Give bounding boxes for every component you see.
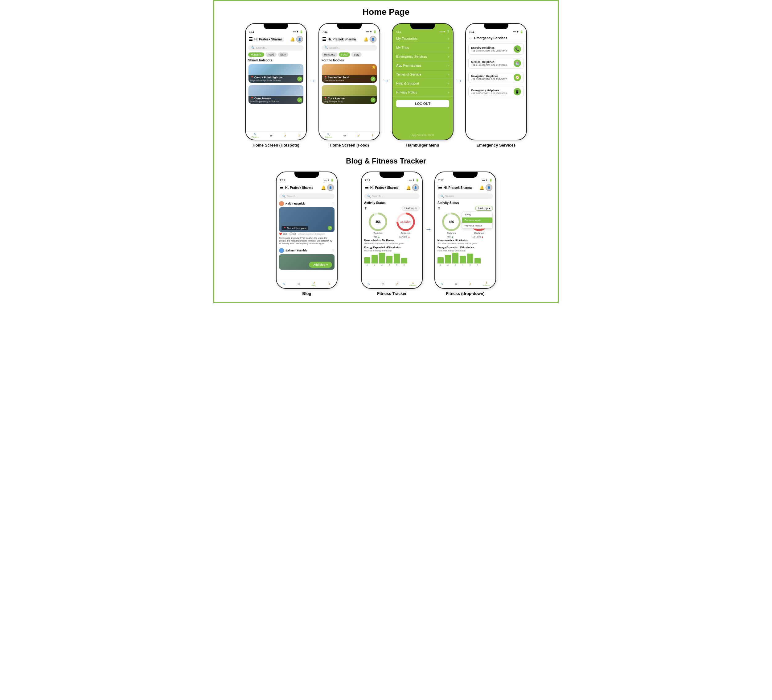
- chevron-icon-fav: ›: [448, 37, 449, 40]
- nav-fitness-2[interactable]: 🏃: [371, 134, 374, 137]
- back-arrow-icon[interactable]: ←: [469, 36, 472, 40]
- card-food-2[interactable]: 📍Core Avenue Veg Thukpa Soup ↗: [322, 85, 377, 104]
- tab-hotspots-1[interactable]: Hotspots: [248, 52, 264, 57]
- emerg-icon-4[interactable]: 📱: [514, 88, 521, 95]
- bottom-nav-5: 🔍 🗺 📝Blog 🏃: [276, 280, 337, 288]
- nav-map-6[interactable]: 🗺: [382, 283, 384, 285]
- emerg-icon-3[interactable]: 🧭: [514, 74, 521, 81]
- trip-dropdown-6[interactable]: Last trip ▾: [402, 206, 420, 211]
- more-options-1[interactable]: ⋮: [331, 202, 335, 205]
- menu-favourites[interactable]: My Favourites ›: [393, 34, 453, 43]
- nav-map-7[interactable]: 🗺: [455, 283, 457, 285]
- nav-map[interactable]: 🗺: [270, 135, 272, 137]
- bell-icon-5[interactable]: 🔔: [321, 185, 326, 190]
- avatar-2[interactable]: 👤: [370, 36, 376, 43]
- hamburger-icon-1[interactable]: ☰: [249, 37, 253, 42]
- nav-blog-2[interactable]: 📝: [357, 134, 360, 137]
- nav-fitness[interactable]: 🏃: [298, 134, 301, 137]
- avatar-5[interactable]: 👤: [327, 184, 334, 191]
- bottom-nav-6: 🔍 🗺 📝 🏃Fitness: [361, 280, 422, 288]
- more-options-2[interactable]: ⋮: [331, 249, 335, 252]
- menu-emergency[interactable]: Emergency Services ›: [393, 52, 453, 61]
- nav-explore-5[interactable]: 🔍: [283, 283, 286, 285]
- card-food-1[interactable]: ⭐ 📍Saajan fast food Chicken Anardana ↗: [322, 64, 377, 83]
- avatar-7[interactable]: 👤: [486, 184, 492, 191]
- menu-privacy[interactable]: Privacy Policy ›: [393, 88, 453, 97]
- tab-food-1[interactable]: Food: [265, 52, 277, 57]
- avatar-1[interactable]: 👤: [296, 36, 303, 43]
- nav-map-5[interactable]: 🗺: [298, 283, 300, 285]
- nav-arrow-food-1[interactable]: ↗: [371, 77, 376, 82]
- nav-map-2[interactable]: 🗺: [343, 135, 346, 137]
- bell-icon-6[interactable]: 🔔: [406, 185, 411, 190]
- emerg-icon-1[interactable]: 📞: [514, 45, 521, 53]
- status-bar-5: 7:11 ▪▪▪ ✦ 🔋: [276, 178, 337, 183]
- star-food-1: ⭐: [372, 66, 376, 69]
- menu-trips[interactable]: My Trips ›: [393, 43, 453, 52]
- share-icon-7[interactable]: ⬆: [437, 206, 441, 210]
- filter-tabs-1: Hotspots Food Stay: [246, 51, 306, 58]
- search-bar-1[interactable]: 🔍 Search...: [248, 45, 304, 51]
- nav-fitness-6[interactable]: 🏃Fitness: [409, 282, 417, 287]
- tab-food-2[interactable]: Food: [339, 52, 350, 57]
- bar-1: 1: [364, 257, 370, 266]
- hamburger-icon-5[interactable]: ☰: [280, 185, 284, 190]
- nav-blog-6[interactable]: 📝: [395, 283, 398, 285]
- nav-fitness-5[interactable]: 🏃: [328, 283, 331, 285]
- chevron-down-icon-6: ▾: [415, 207, 417, 210]
- bell-icon-2[interactable]: 🔔: [363, 37, 368, 42]
- bar-7-1: 1: [437, 257, 444, 266]
- nav-explore-2[interactable]: 🔍Explore: [325, 133, 332, 138]
- hamburger-icon-6[interactable]: ☰: [365, 185, 369, 190]
- activity-controls: ⬆ Last trip ▾: [364, 206, 420, 211]
- phone-frame-3: 7:11 ▪▪▪ ✦ 🔋 My Favourites › My Trips › …: [392, 23, 453, 140]
- avatar-6[interactable]: 👤: [412, 184, 419, 191]
- menu-permissions[interactable]: App Permissions ›: [393, 61, 453, 70]
- status-bar-4: 7:11 ▪▪▪ ✦ 🔋: [466, 29, 526, 34]
- search-bar-6[interactable]: 🔍 Search...: [364, 193, 420, 199]
- logout-button[interactable]: LOG OUT: [396, 100, 449, 107]
- nav-blog-7[interactable]: 📝: [469, 283, 471, 285]
- hamburger-icon-7[interactable]: ☰: [438, 185, 442, 190]
- tab-stay-1[interactable]: Stay: [278, 52, 288, 57]
- bar-6: 6: [401, 258, 407, 266]
- bell-icon-1[interactable]: 🔔: [290, 37, 295, 42]
- label-food: Home Screen (Food): [330, 143, 369, 148]
- phone-frame-7: 7:11 ▪▪▪ ✦ 🔋 ☰ Hi, Prateek Sharma 🔔 👤 🔍 …: [434, 172, 496, 289]
- card-hotspot-2[interactable]: ☆ 📍Core Avenue Most happening in Shimla …: [248, 85, 304, 104]
- nav-explore-7[interactable]: 🔍: [441, 283, 444, 285]
- menu-help[interactable]: Help & Support ›: [393, 79, 453, 88]
- nav-blog-5[interactable]: 📝Blog: [312, 282, 316, 287]
- search-bar-2[interactable]: 🔍 Search...: [322, 45, 377, 51]
- dropdown-prev-week[interactable]: Previous week: [462, 218, 492, 223]
- search-icon-1: 🔍: [251, 46, 255, 49]
- nav-arrow-1[interactable]: ↗: [297, 77, 302, 82]
- bar-4: 4: [386, 256, 393, 266]
- chevron-up-icon-7: ▴: [489, 207, 490, 210]
- blog-nav-arrow-1[interactable]: ↗: [328, 226, 332, 230]
- tab-hotspots-2[interactable]: Hotspots: [322, 52, 338, 57]
- blog-image-2: Add blog +: [279, 254, 335, 270]
- dropdown-today[interactable]: Today: [462, 212, 492, 218]
- search-bar-5[interactable]: 🔍 Search...: [279, 193, 335, 199]
- hamburger-icon-2[interactable]: ☰: [322, 37, 326, 42]
- search-bar-7[interactable]: 🔍 Search...: [437, 193, 493, 199]
- emerg-icon-2[interactable]: 🏥: [514, 59, 521, 67]
- nav-arrow-food-2[interactable]: ↗: [371, 97, 376, 102]
- nav-fitness-7[interactable]: 🏃Fitness: [483, 282, 490, 287]
- nav-explore-6[interactable]: 🔍: [368, 283, 370, 285]
- share-icon[interactable]: ⬆: [364, 206, 367, 210]
- card-hotspot-1[interactable]: ☆ 📍Centre Point highrise Highest viewpoi…: [248, 64, 304, 83]
- app-header-6: ☰ Hi, Prateek Sharma 🔔 👤: [361, 183, 422, 192]
- fitness-stats-7: Move minutes: 5h 46mins You have complet…: [437, 238, 493, 252]
- nav-arrow-2[interactable]: ↗: [297, 97, 302, 102]
- dropdown-prev-month[interactable]: Previous month: [462, 223, 492, 228]
- tab-stay-2[interactable]: Stay: [351, 52, 361, 57]
- nav-explore[interactable]: 🔍Explore: [251, 133, 258, 138]
- menu-terms[interactable]: Terms of Service ›: [393, 70, 453, 79]
- trip-dropdown-7[interactable]: Last trip ▴ Today Previous week Previous…: [475, 206, 493, 211]
- add-blog-button[interactable]: Add blog +: [309, 262, 332, 268]
- bell-icon-7[interactable]: 🔔: [479, 185, 484, 190]
- nav-blog[interactable]: 📝: [284, 134, 286, 137]
- calories-stat-7: 456 Calories: [442, 213, 461, 234]
